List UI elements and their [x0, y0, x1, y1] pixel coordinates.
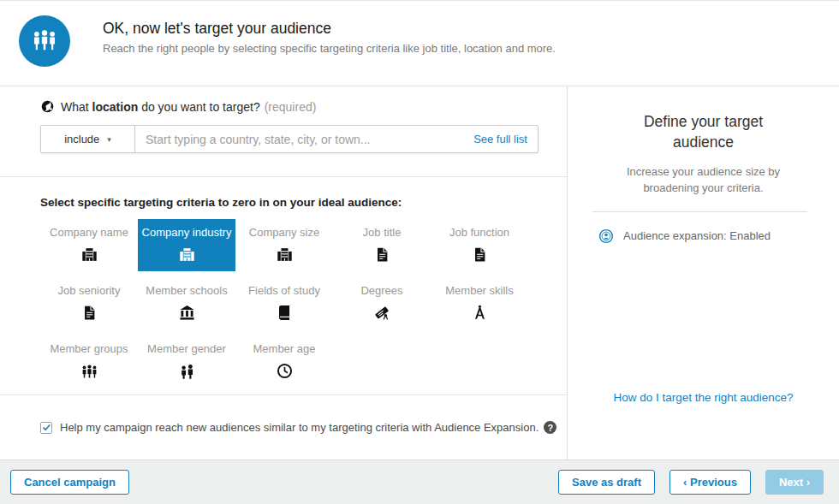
criteria-section: Select specific targeting criteria to ze… [0, 177, 567, 395]
page-title: OK, now let's target your audience [103, 20, 331, 38]
bank-icon [178, 303, 196, 322]
audience-step-avatar [19, 15, 70, 67]
location-input-group: include ▾ See full list [40, 125, 539, 153]
diploma-icon [373, 303, 391, 322]
expansion-status-row: Audience expansion: Enabled [598, 228, 839, 244]
criteria-tile-job-seniority[interactable]: Job seniority [40, 277, 138, 329]
page-header: OK, now let's target your audience Reach… [0, 1, 839, 86]
criteria-tile-label: Company name [50, 227, 128, 238]
include-dropdown-value: include [64, 133, 99, 145]
criteria-tile-company-name[interactable]: Company name [40, 219, 138, 271]
campaign-targeting-page: OK, now let's target your audience Reach… [0, 0, 839, 504]
document-icon [80, 303, 98, 322]
location-section: What location do you want to target? (re… [0, 86, 567, 177]
footer-actions: Save as draft ‹ Previous Next › [558, 470, 824, 495]
people-group-icon [31, 26, 58, 56]
criteria-tile-label: Job title [363, 227, 402, 238]
criteria-grid: Company nameCompany industryCompany size… [40, 219, 567, 388]
document-icon [471, 245, 489, 264]
compass-icon [471, 303, 489, 322]
criteria-tile-label: Job function [449, 227, 509, 238]
criteria-tile-job-function[interactable]: Job function [431, 219, 528, 271]
previous-button[interactable]: ‹ Previous [669, 470, 751, 495]
person-rings-icon [598, 228, 614, 244]
criteria-tile-label: Member skills [445, 285, 513, 296]
content-area: What location do you want to target? (re… [0, 86, 839, 460]
criteria-tile-fields-of-study[interactable]: Fields of study [235, 277, 333, 329]
footer-bar: Cancel campaign Save as draft ‹ Previous… [0, 460, 839, 504]
location-search-input[interactable] [135, 126, 473, 152]
criteria-tile-label: Fields of study [248, 285, 320, 296]
main-panel: What location do you want to target? (re… [0, 86, 568, 460]
sidebar-subtitle: Increase your audience size by broadenin… [605, 164, 802, 197]
next-button[interactable]: Next › [765, 470, 824, 495]
criteria-tile-label: Member age [253, 343, 316, 354]
document-icon [373, 245, 391, 264]
criteria-tile-label: Member schools [146, 285, 227, 296]
globe-icon [40, 99, 55, 114]
include-dropdown[interactable]: include ▾ [41, 126, 135, 152]
location-question: What location do you want to target? (re… [40, 99, 533, 114]
cancel-campaign-button[interactable]: Cancel campaign [10, 470, 129, 495]
criteria-tile-label: Degrees [360, 285, 402, 296]
criteria-heading: Select specific targeting criteria to ze… [40, 196, 567, 209]
criteria-tile-member-gender[interactable]: Member gender [138, 335, 235, 388]
sidebar-title: Define your target audience [622, 112, 785, 152]
book-icon [276, 303, 294, 322]
audience-expansion-label: Help my campaign reach new audiences sim… [60, 421, 539, 434]
building-icon [276, 245, 294, 264]
clock-icon [276, 361, 294, 380]
criteria-tile-member-skills[interactable]: Member skills [431, 277, 528, 329]
building-icon [80, 245, 98, 264]
help-icon[interactable]: ? [544, 421, 556, 434]
people-pair-icon [178, 361, 196, 380]
criteria-tile-label: Job seniority [58, 285, 121, 296]
criteria-tile-label: Company size [249, 227, 319, 238]
location-question-text: What location do you want to target? [61, 100, 260, 114]
criteria-tile-company-industry[interactable]: Company industry [138, 219, 235, 271]
criteria-tile-member-schools[interactable]: Member schools [138, 277, 235, 329]
targeting-help-link[interactable]: How do I target the right audience? [568, 391, 839, 404]
criteria-tile-company-size[interactable]: Company size [235, 219, 333, 271]
audience-expansion-section: Help my campaign reach new audiences sim… [0, 395, 567, 434]
save-as-draft-button[interactable]: Save as draft [558, 470, 655, 495]
page-subtitle: Reach the right people by selecting spec… [103, 42, 556, 55]
help-sidebar: Define your target audience Increase you… [568, 86, 839, 460]
audience-expansion-checkbox[interactable] [40, 422, 52, 434]
criteria-tile-job-title[interactable]: Job title [333, 219, 431, 271]
criteria-tile-label: Member groups [50, 343, 128, 354]
criteria-tile-degrees[interactable]: Degrees [333, 277, 431, 329]
criteria-tile-member-age[interactable]: Member age [235, 335, 333, 388]
people-group-icon [80, 361, 98, 380]
expansion-status-text: Audience expansion: Enabled [623, 229, 771, 242]
sidebar-divider [592, 211, 807, 212]
building-icon [178, 245, 196, 264]
required-label: (required) [265, 100, 317, 114]
caret-down-icon: ▾ [107, 135, 111, 144]
criteria-tile-label: Company industry [142, 227, 232, 238]
criteria-tile-label: Member gender [147, 343, 226, 354]
see-full-list-link[interactable]: See full list [473, 133, 527, 145]
criteria-tile-member-groups[interactable]: Member groups [40, 335, 138, 388]
